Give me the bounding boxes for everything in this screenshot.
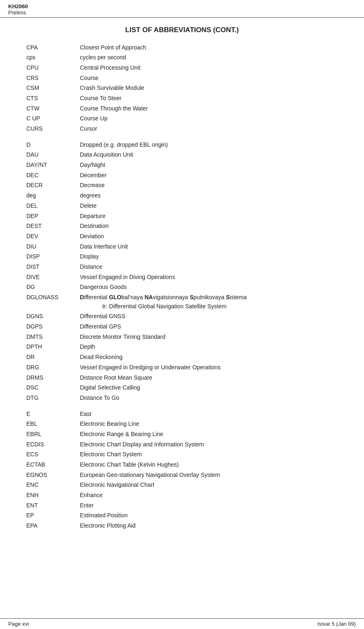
table-row: CSMCrash Survivable Module	[25, 83, 339, 94]
table-row: DIUData Interface Unit	[25, 242, 339, 252]
header-line1: KH2060	[8, 3, 356, 9]
table-row: EBLElectronic Bearing Line	[25, 419, 339, 430]
table-row: DMTSDiscrete Monitor Timing Standard	[25, 332, 339, 342]
table-row: CPAClosest Point of Approach	[25, 42, 339, 53]
abbrev-code: DG	[25, 282, 78, 293]
abbrev-definition: Delete	[78, 201, 339, 211]
abbrev-definition: Differential GPS	[78, 322, 339, 332]
table-row: ECTABElectronic Chart Table (Kelvin Hugh…	[25, 460, 339, 470]
abbrev-definition: Distance Root Mean Square	[78, 373, 339, 383]
abbrev-definition: East	[78, 409, 339, 419]
abbrev-code: cps	[25, 53, 78, 63]
page-footer: Page xvi Issue 5 (Jan 09)	[0, 618, 364, 629]
table-row: DRGVessel Engaged in Dredging or Underwa…	[25, 362, 339, 373]
table-row: degdegrees	[25, 191, 339, 201]
abbrev-definition: Course Through the Water	[78, 103, 339, 114]
abbrev-definition: Electronic Navigational Chart	[78, 480, 339, 491]
abbrev-definition: Distance To Go	[78, 393, 339, 403]
abbrev-definition: Electronic Range & Bearing Line	[78, 429, 339, 439]
abbrev-definition: Deviation	[78, 231, 339, 242]
abbrev-definition: Display	[78, 252, 339, 262]
abbrev-definition: Differential GNSS	[78, 312, 339, 322]
abbrev-code: DR	[25, 352, 78, 363]
table-row: EPAElectronic Plotting Aid	[25, 521, 339, 531]
table-row: EEast	[25, 409, 339, 419]
abbrev-code: EPA	[25, 521, 78, 531]
abbrev-definition: Differential GLObal’naya NAvigatsionnaya…	[78, 293, 339, 312]
abbrev-definition: Vessel Engaged in Dredging or Underwater…	[78, 362, 339, 373]
abbrev-definition: Closest Point of Approach	[78, 42, 339, 53]
abbreviations-table: CPAClosest Point of Approachcpscycles pe…	[25, 42, 339, 531]
table-row: CTSCourse To Steer	[25, 93, 339, 103]
abbrev-definition: Enhance	[78, 491, 339, 501]
abbrev-code: ENH	[25, 491, 78, 501]
table-row: CPUCentral Processing Unit	[25, 63, 339, 73]
table-row: DECRDecrease	[25, 181, 339, 191]
table-row: DTGDistance To Go	[25, 393, 339, 403]
abbrev-definition: European Geo-stationary Navigational Ove…	[78, 470, 339, 480]
abbrev-definition: Crash Survivable Module	[78, 83, 339, 94]
abbrev-definition: Dangerous Goods	[78, 282, 339, 293]
abbrev-code: DECR	[25, 181, 78, 191]
abbrev-definition: Distance	[78, 262, 339, 272]
abbrev-code: C UP	[25, 114, 78, 124]
table-row: DAY/NTDay/Night	[25, 160, 339, 171]
abbrev-code: CRS	[25, 73, 78, 83]
abbrev-code: DAU	[25, 150, 78, 160]
abbrev-code: E	[25, 409, 78, 419]
abbrev-code: DGPS	[25, 322, 78, 332]
abbrev-code: ECS	[25, 450, 78, 460]
abbrev-code: DRMS	[25, 373, 78, 383]
table-row: EGNOSEuropean Geo-stationary Navigationa…	[25, 470, 339, 480]
table-row: DEVDeviation	[25, 231, 339, 242]
abbrev-definition: Electronic Plotting Aid	[78, 521, 339, 531]
abbrev-code: deg	[25, 191, 78, 201]
abbrev-code: EGNOS	[25, 470, 78, 480]
table-row: DESTDestination	[25, 221, 339, 232]
table-row: ENCElectronic Navigational Chart	[25, 480, 339, 491]
table-row: DISPDisplay	[25, 252, 339, 262]
abbrev-definition: Enter	[78, 500, 339, 511]
table-row: DRDead Reckoning	[25, 352, 339, 363]
table-row: CRSCourse	[25, 73, 339, 83]
table-row: DEPDeparture	[25, 211, 339, 221]
abbrev-code: ENT	[25, 500, 78, 511]
abbrev-definition: Dropped (e.g. dropped EBL origin)	[78, 140, 339, 150]
table-row: ECDISElectronic Chart Display and Inform…	[25, 439, 339, 450]
abbrev-code: D	[25, 140, 78, 150]
table-row: EPEstimated Position	[25, 511, 339, 521]
abbrev-definition: Destination	[78, 221, 339, 232]
abbrev-definition: cycles per second	[78, 53, 339, 63]
spacer-row	[25, 134, 339, 140]
table-row: DGLONASSDifferential GLObal’naya NAvigat…	[25, 293, 339, 312]
footer-left: Page xvi	[8, 621, 29, 627]
table-row: DAUData Acquisition Unit	[25, 150, 339, 160]
abbrev-definition: Discrete Monitor Timing Standard	[78, 332, 339, 342]
abbrev-definition: degrees	[78, 191, 339, 201]
abbrev-code: DPTH	[25, 342, 78, 352]
table-row: DPTHDepth	[25, 342, 339, 352]
header-line2: Prelims	[8, 9, 356, 16]
table-row: CURSCursor	[25, 124, 339, 134]
table-row: CTWCourse Through the Water	[25, 103, 339, 114]
abbrev-definition: Departure	[78, 211, 339, 221]
abbrev-definition: Electronic Chart System	[78, 450, 339, 460]
page-title: LIST OF ABBREVIATIONS (CONT.)	[25, 26, 339, 34]
table-row: DIVEVessel Engaged in Diving Operations	[25, 272, 339, 282]
footer-right: Issue 5 (Jan 09)	[317, 621, 356, 627]
abbrev-definition: Course	[78, 73, 339, 83]
abbrev-definition: Data Acquisition Unit	[78, 150, 339, 160]
abbrev-code: DGLONASS	[25, 293, 78, 312]
table-row: C UPCourse Up	[25, 114, 339, 124]
abbrev-code: EP	[25, 511, 78, 521]
table-row: DSCDigital Selective Calling	[25, 383, 339, 393]
table-row: ENTEnter	[25, 500, 339, 511]
abbrev-code: DEST	[25, 221, 78, 232]
table-row: DGPSDifferential GPS	[25, 322, 339, 332]
abbrev-code: DIST	[25, 262, 78, 272]
abbrev-code: EBRL	[25, 429, 78, 439]
table-row: ECSElectronic Chart System	[25, 450, 339, 460]
table-row: DELDelete	[25, 201, 339, 211]
abbrev-code: DAY/NT	[25, 160, 78, 171]
abbrev-code: CSM	[25, 83, 78, 94]
